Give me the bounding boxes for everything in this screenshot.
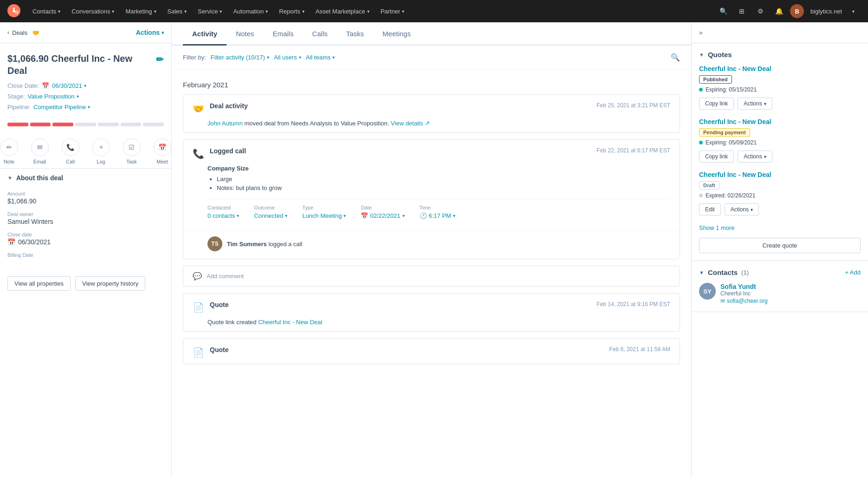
quote-2-title[interactable]: Cheerful Inc - New Deal [699, 118, 861, 125]
quote-2-expiry: Expiring: 05/09/2021 [699, 139, 861, 146]
top-navigation: Contacts ▾ Conversations ▾ Marketing ▾ S… [0, 0, 868, 22]
quote-3-edit-button[interactable]: Edit [699, 203, 721, 216]
contacts-title: Contacts [708, 268, 738, 276]
contacted-value[interactable]: 0 contacts ▾ [207, 212, 239, 219]
nav-marketing[interactable]: Marketing ▾ [121, 5, 161, 18]
stage-row: Stage: Value Proposition ▾ [7, 93, 164, 100]
add-comment-label: Add comment [207, 273, 244, 280]
account-chevron-icon[interactable]: ▾ [846, 4, 861, 19]
pipeline-segment-3 [52, 123, 73, 126]
contacted-chevron-icon: ▾ [237, 213, 239, 218]
date-value[interactable]: 📅 02/22/2021 ▾ [361, 212, 404, 219]
nav-service[interactable]: Service ▾ [193, 5, 227, 18]
tab-emails[interactable]: Emails [263, 22, 303, 46]
nav-reports[interactable]: Reports ▾ [274, 5, 309, 18]
quote-2-actions-button[interactable]: Actions ▾ [738, 150, 772, 163]
close-date-label: Close Date: [7, 82, 39, 89]
quote-3-badge: Draft [699, 181, 719, 189]
quote-3-actions-chevron-icon: ▾ [751, 207, 753, 212]
quote-link-1[interactable]: Cheerful Inc - New Deal [258, 319, 322, 326]
quotes-section-header[interactable]: ▼ Quotes [699, 51, 861, 59]
type-chevron-icon: ▾ [343, 213, 346, 218]
email-action[interactable]: ✉ Email [31, 138, 49, 164]
amount-property: Amount $1,066.90 [7, 191, 164, 205]
quote-1-actions: Copy link Actions ▾ [699, 98, 861, 110]
tab-meetings[interactable]: Meetings [373, 22, 420, 46]
type-value[interactable]: Lunch Meeting ▾ [302, 212, 346, 219]
amount-value: $1,066.90 [7, 197, 164, 205]
deal-actions-button[interactable]: Actions ▾ [136, 29, 164, 36]
note-action[interactable]: ✏ Note [0, 138, 18, 164]
tab-calls[interactable]: Calls [303, 22, 337, 46]
nav-automation[interactable]: Automation ▾ [228, 5, 272, 18]
commenter-action-text: logged a call [268, 241, 302, 248]
all-teams-filter-button[interactable]: All teams ▾ [306, 54, 335, 61]
user-avatar[interactable]: B [790, 4, 804, 18]
view-details-link[interactable]: View details ↗ [391, 120, 430, 127]
create-quote-button[interactable]: Create quote [699, 238, 861, 253]
filter-by-label: Filter by: [183, 54, 206, 61]
notifications-button[interactable]: 🔔 [771, 4, 786, 19]
activity-search-button[interactable]: 🔍 [671, 53, 680, 62]
chevron-down-icon: ▾ [402, 9, 404, 14]
add-contact-button[interactable]: + Add [845, 269, 861, 276]
quote-3-actions-button[interactable]: Actions ▾ [725, 203, 759, 216]
quote-1-actions-chevron-icon: ▾ [764, 101, 766, 106]
quote-3-title[interactable]: Cheerful Inc - New Deal [699, 171, 861, 178]
contact-email-1[interactable]: ✉ sofia@cheer.org [720, 298, 768, 304]
date-chevron-icon: ▾ [402, 213, 405, 218]
add-comment-bar[interactable]: 💬 Add comment [183, 266, 680, 287]
log-action[interactable]: ＋ Log [92, 138, 110, 164]
contact-name-1[interactable]: Sofia Yundt [720, 283, 768, 290]
apps-button[interactable]: ⊞ [734, 4, 749, 19]
contact-avatar-1: SY [699, 283, 716, 300]
tab-notes[interactable]: Notes [227, 22, 263, 46]
tab-tasks[interactable]: Tasks [337, 22, 373, 46]
hubspot-logo[interactable] [7, 4, 20, 19]
nav-partner[interactable]: Partner ▾ [376, 5, 409, 18]
time-icon: 🕐 [420, 212, 427, 219]
stage-value[interactable]: Value Proposition ▾ [28, 93, 79, 100]
nav-contacts[interactable]: Contacts ▾ [28, 5, 65, 18]
collapse-panel-button[interactable]: » [692, 22, 868, 43]
edit-deal-icon[interactable]: ✏ [156, 53, 164, 65]
quote-2-copy-link-button[interactable]: Copy link [699, 150, 734, 163]
back-to-deals[interactable]: ‹ Deals 🤝 [7, 29, 39, 36]
actions-chevron-icon: ▾ [162, 30, 164, 35]
quote-1-actions-button[interactable]: Actions ▾ [738, 98, 772, 110]
call-action[interactable]: 📞 Call [62, 138, 79, 164]
domain-label[interactable]: biglytics.net [810, 8, 842, 15]
nav-conversations[interactable]: Conversations ▾ [67, 5, 119, 18]
quote-1-copy-link-button[interactable]: Copy link [699, 98, 734, 110]
outcome-col: Outcome Connected ▾ [254, 205, 287, 219]
chevron-down-icon: ▾ [220, 9, 222, 14]
nav-sales[interactable]: Sales ▾ [163, 5, 192, 18]
close-date-prop-value: 📅 06/30/2021 [7, 238, 164, 246]
outcome-value[interactable]: Connected ▾ [254, 212, 287, 219]
collapse-icon: » [699, 29, 703, 36]
view-all-properties-button[interactable]: View all properties [7, 276, 71, 291]
filter-bar: Filter by: Filter activity (10/17) ▾ All… [172, 46, 691, 70]
contact-details-1: Sofia Yundt Cheerful Inc ✉ sofia@cheer.o… [720, 283, 768, 304]
quote-1-title[interactable]: Cheerful Inc - New Deal [699, 65, 861, 72]
meet-action[interactable]: 📅 Meet [154, 138, 171, 164]
about-deal-section-header[interactable]: ▼ About this deal [0, 168, 171, 187]
quote-3-expiry: Expired: 02/26/2021 [699, 192, 861, 199]
search-button[interactable]: 🔍 [716, 4, 731, 19]
filter-activity-button[interactable]: Filter activity (10/17) ▾ [211, 54, 269, 61]
call-detail-item-2: Notes: but plans to grow [217, 184, 670, 191]
all-teams-chevron-icon: ▾ [332, 55, 335, 60]
task-action[interactable]: ☑ Task [123, 138, 141, 164]
close-date-value[interactable]: 06/30/2021 ▾ [52, 82, 86, 89]
nav-asset-marketplace[interactable]: Asset Marketplace ▾ [311, 5, 374, 18]
billing-date-property: Billing Date [7, 252, 164, 259]
all-users-filter-button[interactable]: All users ▾ [274, 54, 301, 61]
quote-item-1: Cheerful Inc - New Deal Published Expiri… [699, 65, 861, 110]
settings-button[interactable]: ⚙ [753, 4, 768, 19]
view-property-history-button[interactable]: View property history [75, 276, 145, 291]
pipeline-value[interactable]: Competitor Pipeline ▾ [33, 104, 90, 111]
time-value[interactable]: 🕐 6:17 PM ▾ [420, 212, 455, 219]
john-autumn-link[interactable]: John Autumn [207, 120, 243, 127]
tab-activity[interactable]: Activity [183, 22, 227, 46]
show-more-quotes-link[interactable]: Show 1 more [699, 224, 735, 231]
